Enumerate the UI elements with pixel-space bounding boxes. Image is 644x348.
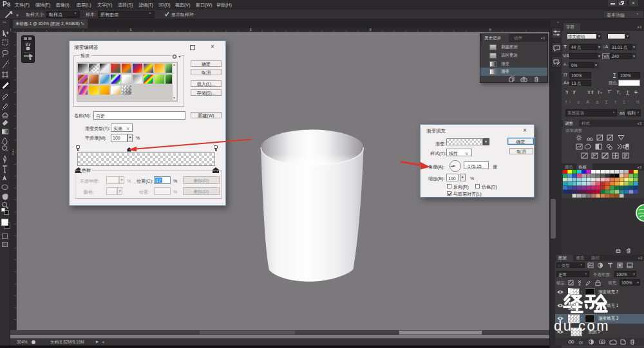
svg-text:du.com: du.com [554, 318, 610, 334]
svg-text:fx: fx [579, 340, 583, 345]
